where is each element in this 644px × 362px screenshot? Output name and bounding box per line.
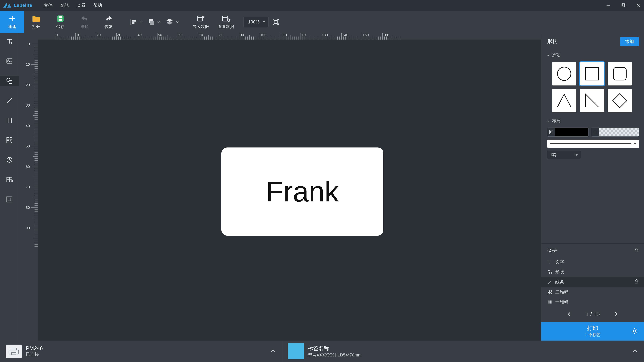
outline-line[interactable]: 线条 [541, 277, 644, 287]
shape-diamond[interactable] [608, 89, 632, 112]
maximize-button[interactable] [620, 3, 626, 8]
svg-rect-14 [132, 20, 136, 22]
layers-dropdown[interactable] [163, 17, 182, 27]
fill-color[interactable] [591, 128, 639, 137]
expand-device[interactable] [270, 348, 276, 355]
open-button[interactable]: 打开 [24, 11, 48, 33]
svg-rect-69 [548, 293, 550, 294]
align-left-icon [130, 18, 138, 26]
canvas[interactable]: 0102030405060708090100110120130140150160… [19, 33, 541, 341]
app-name: Labelife [14, 3, 32, 8]
save-button[interactable]: 保存 [48, 11, 72, 33]
status-bar: PM246 已连接 标签名称 型号XXXXXX | LD54*70mm [0, 341, 644, 362]
chevron-down-icon [176, 20, 179, 24]
redo-button[interactable]: 恢复 [96, 11, 121, 33]
barcode-tool[interactable] [0, 115, 19, 125]
section-layout[interactable]: 布局 [541, 116, 644, 126]
svg-rect-15 [132, 22, 134, 24]
window-controls [606, 3, 641, 8]
folder-icon [32, 14, 41, 23]
line-thickness-select[interactable]: 1磅 [547, 151, 581, 159]
qrcode-tool[interactable] [0, 135, 19, 145]
svg-line-27 [230, 21, 230, 22]
menu-file[interactable]: 文件 [44, 2, 53, 8]
line-style-select[interactable] [547, 140, 639, 148]
stroke-color[interactable] [547, 128, 588, 137]
close-button[interactable] [636, 3, 641, 8]
arrange-dropdown[interactable] [145, 17, 163, 27]
menu-edit[interactable]: 编辑 [60, 2, 69, 8]
label-title: 标签名称 [308, 345, 362, 352]
shape-square[interactable] [580, 62, 604, 85]
table-tool[interactable] [0, 175, 19, 185]
fit-screen-button[interactable] [272, 18, 280, 26]
shape-rounded-square[interactable] [608, 62, 632, 85]
tool-palette [0, 33, 19, 341]
add-shape-button[interactable]: 添加 [620, 37, 639, 46]
svg-marker-1 [7, 4, 11, 7]
svg-rect-52 [6, 197, 12, 202]
image-tool[interactable] [0, 56, 19, 66]
device-status: 已连接 [26, 352, 43, 357]
import-data-button[interactable]: 导入数据 [188, 11, 213, 33]
svg-marker-58 [586, 94, 598, 107]
label-canvas[interactable]: Frank [221, 147, 384, 236]
svg-rect-12 [59, 19, 62, 21]
printer-icon [6, 345, 22, 358]
svg-rect-56 [614, 67, 626, 80]
outline-barcode[interactable]: 一维码 [541, 297, 644, 307]
print-button[interactable]: 打印 1 个标签 [541, 322, 644, 341]
frame-tool[interactable] [0, 194, 19, 204]
outline-text[interactable]: 文字 [541, 257, 644, 267]
svg-rect-80 [12, 353, 16, 355]
svg-point-63 [548, 270, 550, 272]
shape-triangle[interactable] [552, 89, 576, 112]
ruler-horizontal: 0102030405060708090100110120130140150160 [38, 33, 541, 39]
pager: 1 / 10 [541, 307, 644, 322]
lock-icon[interactable] [634, 248, 639, 253]
svg-rect-62 [635, 250, 638, 252]
menu-view[interactable]: 查看 [77, 2, 86, 8]
label-info[interactable]: 标签名称 型号XXXXXX | LD54*70mm [282, 341, 644, 362]
label-icon [288, 343, 304, 359]
arrange-icon [148, 18, 155, 26]
prev-page[interactable] [566, 311, 572, 318]
minimize-button[interactable] [606, 3, 611, 8]
redo-icon [104, 14, 113, 23]
outline-qrcode[interactable]: 二维码 [541, 287, 644, 297]
viewdata-icon [221, 14, 230, 23]
svg-point-31 [6, 78, 10, 82]
device-info[interactable]: PM246 已连接 [0, 341, 282, 362]
save-icon [56, 14, 65, 23]
import-icon [196, 14, 206, 23]
view-data-button[interactable]: 查看数据 [213, 11, 238, 33]
section-options[interactable]: 选项 [541, 50, 644, 60]
expand-label[interactable] [632, 348, 638, 355]
zoom-select[interactable]: 100% [244, 17, 268, 27]
line-tool[interactable] [0, 95, 19, 106]
align-dropdown[interactable] [128, 17, 145, 27]
layers-icon [165, 18, 174, 26]
label-text[interactable]: Frank [266, 175, 339, 208]
chevron-down-icon [575, 154, 578, 156]
outline-shape[interactable]: 形状 [541, 267, 644, 277]
svg-rect-32 [9, 80, 12, 83]
lock-icon [634, 279, 639, 285]
next-page[interactable] [613, 311, 619, 318]
print-settings-button[interactable] [631, 327, 638, 335]
svg-rect-53 [8, 198, 10, 201]
stroke-icon [548, 128, 555, 136]
svg-marker-0 [3, 3, 8, 7]
shape-tool[interactable] [0, 76, 19, 86]
new-button[interactable]: 新建 [0, 11, 24, 33]
shape-right-triangle[interactable] [580, 89, 604, 112]
shape-circle[interactable] [552, 62, 576, 85]
undo-button[interactable]: 撤销 [72, 11, 96, 33]
ruler-vertical: 0102030405060708090 [19, 33, 38, 341]
menu-help[interactable]: 帮助 [93, 2, 102, 8]
svg-rect-55 [586, 67, 598, 80]
chevron-down-icon [546, 53, 550, 57]
plus-icon [8, 14, 17, 23]
time-tool[interactable] [0, 155, 19, 165]
text-tool[interactable] [0, 36, 19, 46]
